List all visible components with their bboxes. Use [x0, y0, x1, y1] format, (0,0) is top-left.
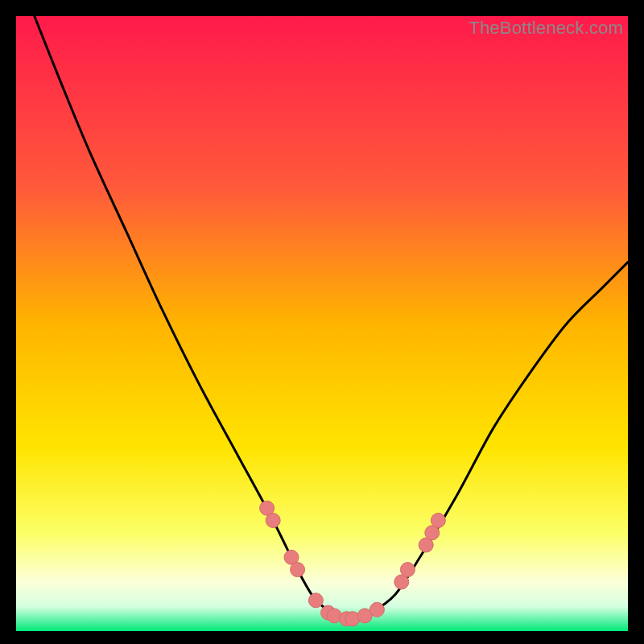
data-marker: [291, 563, 305, 577]
data-marker: [400, 563, 415, 577]
bottleneck-chart: [16, 16, 628, 631]
gradient-background: [16, 16, 628, 631]
data-marker: [308, 593, 323, 608]
chart-frame: TheBottleneck.com: [16, 16, 628, 631]
data-marker: [369, 602, 384, 617]
watermark-label: TheBottleneck.com: [469, 18, 623, 39]
data-marker: [266, 513, 280, 527]
data-marker: [431, 513, 445, 527]
